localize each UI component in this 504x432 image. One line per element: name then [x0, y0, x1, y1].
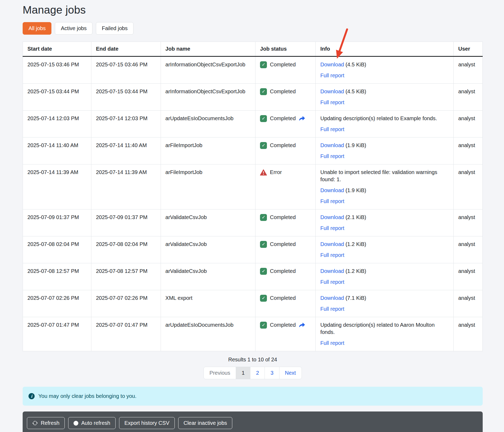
completed-check-icon: ✓ [260, 61, 267, 68]
completed-check-icon: ✓ [260, 142, 267, 149]
user-cell: analyst [454, 84, 483, 111]
full-report-link[interactable]: Full report [320, 306, 344, 312]
job-name-cell: arInformationObjectCsvExportJob [161, 56, 255, 84]
export-history-csv-button[interactable]: Export history CSV [119, 417, 175, 429]
user-cell: analyst [454, 209, 483, 236]
circle-icon [74, 421, 78, 426]
job-status-cell: ✓Completed [255, 84, 316, 111]
info-line: Updating description(s) related to Examp… [320, 115, 449, 122]
info-cell: Download (4.5 KiB)Full report [316, 56, 454, 84]
file-size-label: (7.1 KiB) [346, 295, 366, 301]
download-link[interactable]: Download [320, 295, 344, 301]
info-cell: Updating description(s) related to Examp… [316, 111, 454, 138]
file-size-label: (2.1 KiB) [346, 214, 366, 220]
download-link[interactable]: Download [320, 62, 344, 67]
file-size-label: (1.2 KiB) [346, 241, 366, 247]
full-report-link[interactable]: Full report [320, 72, 344, 78]
table-row: 2025-07-14 11:40 AM 2025-07-14 11:40 AM … [23, 138, 483, 164]
results-summary: Results 1 to 10 of 24 [23, 357, 483, 363]
refresh-button-label: Refresh [41, 420, 59, 426]
refresh-button[interactable]: Refresh [27, 417, 65, 429]
jobs-actions-toolbar: Refresh Auto refresh Export history CSV … [23, 411, 483, 432]
info-line: Full report [320, 340, 449, 347]
completed-check-icon: ✓ [260, 268, 267, 275]
clear-inactive-jobs-button[interactable]: Clear inactive jobs [178, 417, 232, 429]
filter-active-jobs-button[interactable]: Active jobs [55, 22, 92, 35]
pagination-page-1[interactable]: 1 [236, 367, 250, 379]
info-line: Full report [320, 252, 449, 259]
job-info-message: Updating description(s) related to Examp… [320, 115, 437, 121]
job-status-cell: ✓Completed [255, 236, 316, 263]
download-link[interactable]: Download [320, 187, 344, 193]
file-size-label: (4.5 KiB) [346, 62, 366, 67]
download-link[interactable]: Download [320, 142, 344, 148]
job-name-cell: arFileImportJob [161, 164, 255, 209]
start-date-cell: 2025-07-09 01:37 PM [23, 209, 91, 236]
info-cell: Download (1.2 KiB)Full report [316, 236, 454, 263]
job-name-cell: arUpdateEsIoDocumentsJob [161, 317, 255, 351]
file-size-label: (1.2 KiB) [346, 268, 366, 274]
completed-check-icon: ✓ [260, 214, 267, 221]
table-row: 2025-07-14 11:39 AM 2025-07-14 11:39 AM … [23, 164, 483, 209]
info-line: Download (7.1 KiB) [320, 294, 449, 302]
end-date-cell: 2025-07-07 01:47 PM [91, 317, 161, 351]
auto-refresh-button[interactable]: Auto refresh [68, 417, 116, 429]
download-link[interactable]: Download [320, 88, 344, 94]
pagination-page-2[interactable]: 2 [250, 367, 265, 379]
start-date-cell: 2025-07-08 02:04 PM [23, 236, 91, 263]
file-size-label: (1.9 KiB) [346, 142, 366, 148]
info-line: Full report [320, 72, 449, 79]
pagination-page-3[interactable]: 3 [265, 367, 279, 379]
full-report-link[interactable]: Full report [320, 340, 344, 346]
info-cell: Download (4.5 KiB)Full report [316, 84, 454, 111]
column-header-start-date: Start date [23, 42, 91, 56]
full-report-link[interactable]: Full report [320, 279, 344, 285]
info-line: Download (1.2 KiB) [320, 241, 449, 248]
start-date-cell: 2025-07-07 02:26 PM [23, 290, 91, 317]
user-cell: analyst [454, 138, 483, 164]
download-link[interactable]: Download [320, 214, 344, 220]
full-report-link[interactable]: Full report [320, 252, 344, 258]
info-line: Download (2.1 KiB) [320, 214, 449, 221]
job-status-cell: ✓Completed [255, 209, 316, 236]
info-line: Full report [320, 305, 449, 313]
pagination-previous[interactable]: Previous [204, 367, 236, 379]
start-date-cell: 2025-07-08 12:57 PM [23, 263, 91, 290]
job-status-label: Error [270, 169, 282, 176]
download-link[interactable]: Download [320, 268, 344, 274]
full-report-link[interactable]: Full report [320, 153, 344, 159]
table-row: 2025-07-09 01:37 PM 2025-07-09 01:37 PM … [23, 209, 483, 236]
job-status-label: Completed [270, 115, 296, 122]
info-cell: Download (1.9 KiB)Full report [316, 138, 454, 164]
completed-check-icon: ✓ [260, 88, 267, 95]
filter-failed-jobs-button[interactable]: Failed jobs [96, 22, 133, 35]
job-status-label: Completed [270, 294, 296, 302]
full-report-link[interactable]: Full report [320, 198, 344, 204]
job-name-cell: XML export [161, 290, 255, 317]
job-filter-buttons: All jobs Active jobs Failed jobs [23, 22, 483, 35]
user-cell: analyst [454, 111, 483, 138]
table-row: 2025-07-07 01:47 PM 2025-07-07 01:47 PM … [23, 317, 483, 351]
job-info-message: Updating description(s) related to Aaron… [320, 322, 434, 335]
user-cell: analyst [454, 164, 483, 209]
info-line: Download (1.9 KiB) [320, 187, 449, 194]
error-warning-icon [260, 169, 267, 176]
info-line: Download (1.2 KiB) [320, 268, 449, 275]
download-link[interactable]: Download [320, 241, 344, 247]
end-date-cell: 2025-07-14 11:39 AM [91, 164, 161, 209]
end-date-cell: 2025-07-08 02:04 PM [91, 236, 161, 263]
job-status-label: Completed [270, 214, 296, 221]
column-header-job-name: Job name [161, 42, 255, 56]
jobs-table: Start date End date Job name Job status … [23, 42, 483, 351]
user-cell: analyst [454, 236, 483, 263]
auto-refresh-button-label: Auto refresh [81, 420, 110, 426]
filter-all-jobs-button[interactable]: All jobs [23, 22, 51, 35]
info-line: Full report [320, 126, 449, 133]
info-alert: i You may only clear jobs belonging to y… [23, 387, 483, 406]
full-report-link[interactable]: Full report [320, 225, 344, 231]
full-report-link[interactable]: Full report [320, 99, 344, 105]
full-report-link[interactable]: Full report [320, 126, 344, 132]
manage-jobs-page: Manage jobs All jobs Active jobs Failed … [0, 0, 504, 432]
pagination-next[interactable]: Next [279, 367, 302, 379]
job-status-label: Completed [270, 321, 296, 329]
